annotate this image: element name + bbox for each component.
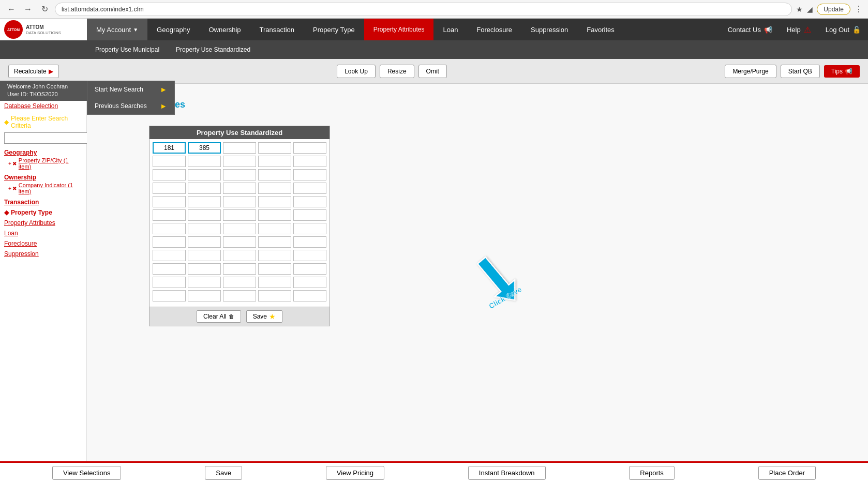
- nav-help[interactable]: Help ⚠: [780, 19, 818, 40]
- grid-input-9-4[interactable]: [258, 250, 291, 261]
- grid-input-4-2[interactable]: [188, 183, 221, 194]
- expand-icon[interactable]: +: [8, 161, 11, 167]
- grid-input-3-4[interactable]: [258, 169, 291, 180]
- save-grid-button[interactable]: Save ★: [246, 310, 282, 323]
- grid-input-10-2[interactable]: [188, 263, 221, 275]
- grid-input-6-2[interactable]: [188, 209, 221, 221]
- instant-breakdown-button[interactable]: Instant Breakdown: [468, 466, 546, 480]
- grid-input-8-5[interactable]: [293, 236, 326, 248]
- forward-button[interactable]: →: [22, 3, 34, 16]
- grid-input-2-4[interactable]: [258, 156, 291, 167]
- reports-button[interactable]: Reports: [629, 466, 675, 480]
- grid-input-4-4[interactable]: [258, 183, 291, 194]
- grid-input-5-5[interactable]: [293, 196, 326, 207]
- nav-log-out[interactable]: Log Out 🔓: [818, 19, 868, 40]
- database-selection-link[interactable]: Database Selection: [4, 102, 82, 110]
- nav-foreclosure[interactable]: Foreclosure: [467, 19, 521, 40]
- grid-input-6-4[interactable]: [258, 209, 291, 221]
- search-input[interactable]: [4, 132, 89, 144]
- grid-input-7-1[interactable]: [153, 223, 186, 234]
- grid-input-1-1[interactable]: [153, 142, 186, 154]
- grid-input-1-2[interactable]: [188, 142, 221, 154]
- omit-button[interactable]: Omit: [418, 65, 447, 78]
- remove-icon-2[interactable]: ✖: [12, 186, 17, 191]
- ownership-title[interactable]: Ownership: [4, 174, 82, 181]
- tips-button[interactable]: Tips 📢: [824, 65, 860, 78]
- grid-input-3-2[interactable]: [188, 169, 221, 180]
- grid-input-7-5[interactable]: [293, 223, 326, 234]
- nav-favorites[interactable]: Favorites: [577, 19, 623, 40]
- nav-contact-us[interactable]: Contact Us 📢: [721, 19, 780, 40]
- grid-input-6-3[interactable]: [223, 209, 256, 221]
- grid-input-9-2[interactable]: [188, 250, 221, 261]
- transaction-title[interactable]: Transaction: [4, 199, 82, 206]
- foreclosure-title[interactable]: Foreclosure: [4, 240, 82, 247]
- grid-input-2-1[interactable]: [153, 156, 186, 167]
- grid-input-7-3[interactable]: [223, 223, 256, 234]
- nav-transaction[interactable]: Transaction: [250, 19, 304, 40]
- previous-searches-item[interactable]: Previous Searches ►: [87, 98, 174, 114]
- grid-input-3-5[interactable]: [293, 169, 326, 180]
- grid-input-11-1[interactable]: [153, 277, 186, 288]
- nav-property-type[interactable]: Property Type: [304, 19, 364, 40]
- grid-input-10-3[interactable]: [223, 263, 256, 275]
- back-button[interactable]: ←: [5, 3, 18, 16]
- grid-input-10-4[interactable]: [258, 263, 291, 275]
- grid-input-9-5[interactable]: [293, 250, 326, 261]
- expand-icon-2[interactable]: +: [8, 186, 11, 191]
- nav-suppression[interactable]: Suppression: [521, 19, 577, 40]
- property-zip-city-link[interactable]: Property ZIP/City (1 item): [19, 157, 82, 170]
- recalculate-button[interactable]: Recalculate ▶: [8, 65, 59, 78]
- property-type-title[interactable]: ◆ Property Type: [4, 209, 82, 216]
- nav-loan[interactable]: Loan: [433, 19, 467, 40]
- property-attributes-title[interactable]: Property Attributes: [4, 219, 82, 227]
- grid-input-4-3[interactable]: [223, 183, 256, 194]
- grid-input-12-5[interactable]: [293, 290, 326, 301]
- grid-input-8-3[interactable]: [223, 236, 256, 248]
- grid-input-2-2[interactable]: [188, 156, 221, 167]
- grid-input-8-4[interactable]: [258, 236, 291, 248]
- loan-title[interactable]: Loan: [4, 230, 82, 237]
- nav-ownership[interactable]: Ownership: [199, 19, 250, 40]
- grid-input-11-3[interactable]: [223, 277, 256, 288]
- start-qb-button[interactable]: Start QB: [781, 65, 820, 78]
- grid-input-12-3[interactable]: [223, 290, 256, 301]
- resize-button[interactable]: Resize: [380, 65, 414, 78]
- refresh-button[interactable]: ↻: [38, 3, 51, 16]
- grid-input-11-2[interactable]: [188, 277, 221, 288]
- grid-input-5-3[interactable]: [223, 196, 256, 207]
- grid-input-7-2[interactable]: [188, 223, 221, 234]
- grid-input-5-1[interactable]: [153, 196, 186, 207]
- start-new-search-item[interactable]: Start New Search ►: [87, 81, 174, 98]
- lookup-button[interactable]: Look Up: [337, 65, 376, 78]
- view-selections-button[interactable]: View Selections: [52, 466, 122, 480]
- nav-my-account[interactable]: My Account ▼: [87, 19, 147, 40]
- grid-input-8-1[interactable]: [153, 236, 186, 248]
- view-pricing-button[interactable]: View Pricing: [326, 466, 384, 480]
- update-button[interactable]: Update: [817, 4, 850, 15]
- remove-icon[interactable]: ✖: [12, 161, 17, 167]
- grid-input-1-5[interactable]: [293, 142, 326, 154]
- grid-input-1-4[interactable]: [258, 142, 291, 154]
- geography-title[interactable]: Geography: [4, 149, 82, 156]
- grid-input-3-1[interactable]: [153, 169, 186, 180]
- grid-input-8-2[interactable]: [188, 236, 221, 248]
- property-use-municipal-tab[interactable]: Property Use Municipal: [87, 40, 168, 59]
- bottom-save-button[interactable]: Save: [205, 466, 242, 480]
- grid-input-11-5[interactable]: [293, 277, 326, 288]
- grid-input-5-4[interactable]: [258, 196, 291, 207]
- company-indicator-link[interactable]: Company Indicator (1 item): [19, 182, 82, 194]
- nav-property-attributes[interactable]: Property Attributes: [364, 19, 434, 40]
- grid-input-6-1[interactable]: [153, 209, 186, 221]
- grid-input-4-1[interactable]: [153, 183, 186, 194]
- grid-input-3-3[interactable]: [223, 169, 256, 180]
- grid-input-4-5[interactable]: [293, 183, 326, 194]
- grid-input-9-1[interactable]: [153, 250, 186, 261]
- clear-all-button[interactable]: Clear All 🗑: [197, 310, 241, 323]
- grid-input-7-4[interactable]: [258, 223, 291, 234]
- grid-input-12-4[interactable]: [258, 290, 291, 301]
- grid-input-11-4[interactable]: [258, 277, 291, 288]
- grid-input-9-3[interactable]: [223, 250, 256, 261]
- grid-input-2-3[interactable]: [223, 156, 256, 167]
- url-bar[interactable]: [55, 3, 792, 16]
